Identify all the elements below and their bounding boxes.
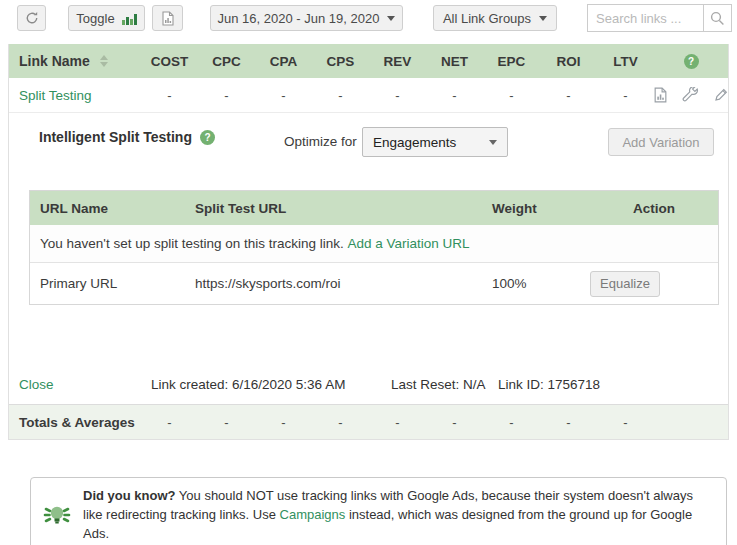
col-header-net: NET: [426, 54, 483, 69]
tip-bold: Did you know?: [83, 488, 175, 503]
col-header-cpc: CPC: [198, 54, 255, 69]
date-range-dropdown[interactable]: Jun 16, 2020 - Jun 19, 2020: [210, 5, 403, 31]
link-groups-value: All Link Groups: [443, 11, 531, 26]
totals-label: Totals & Averages: [9, 415, 141, 430]
split-test-url-cell: https://skysports.com/roi: [195, 276, 480, 291]
col-header-url-name: URL Name: [30, 201, 195, 216]
col-header-roi: ROI: [540, 54, 597, 69]
last-reset-text: Last Reset: N/A: [391, 377, 486, 392]
stat-cpc: -: [198, 88, 255, 103]
stat-rev: -: [369, 88, 426, 103]
link-groups-dropdown[interactable]: All Link Groups: [433, 5, 557, 31]
stat-cpa: -: [255, 88, 312, 103]
chevron-down-icon: [489, 140, 497, 145]
total-roi: -: [540, 415, 597, 430]
optimize-for-dropdown[interactable]: Engagements: [362, 127, 508, 157]
stat-roi: -: [540, 88, 597, 103]
total-cost: -: [141, 415, 198, 430]
col-header-cost: COST: [141, 54, 198, 69]
no-split-testing-notice: You haven't set up split testing on this…: [30, 225, 718, 263]
columns-help-icon[interactable]: ?: [684, 54, 699, 69]
toggle-button[interactable]: Toggle: [68, 5, 145, 31]
campaigns-link[interactable]: Campaigns: [280, 507, 346, 522]
link-id-text: Link ID: 1756718: [498, 377, 600, 392]
notice-text: You haven't set up split testing on this…: [40, 236, 344, 251]
toolbar: Toggle Jun 16, 2020 - Jun 19, 2020 Al: [0, 0, 737, 44]
total-epc: -: [483, 415, 540, 430]
total-cpa: -: [255, 415, 312, 430]
split-test-table: URL Name Split Test URL Weight Action Yo…: [29, 190, 719, 305]
lightbulb-icon: [43, 501, 71, 529]
url-name-cell: Primary URL: [30, 276, 195, 291]
total-ltv: -: [597, 415, 654, 430]
stat-ltv: -: [597, 88, 654, 103]
did-you-know-tip: Did you know? You should NOT use trackin…: [30, 477, 727, 545]
total-net: -: [426, 415, 483, 430]
totals-row: Totals & Averages - - - - - - - - -: [9, 404, 728, 439]
link-name-header: Link Name: [19, 53, 90, 69]
bar-chart-icon: [122, 12, 137, 25]
table-row: Primary URL https://skysports.com/roi 10…: [30, 263, 718, 304]
col-header-epc: EPC: [483, 54, 540, 69]
split-test-table-header: URL Name Split Test URL Weight Action: [30, 191, 718, 225]
panel-title: Intelligent Split Testing: [39, 129, 192, 145]
col-header-weight: Weight: [480, 201, 590, 216]
search-button[interactable]: [703, 4, 732, 32]
stat-net: -: [426, 88, 483, 103]
optimize-for-label: Optimize for: [284, 134, 357, 149]
stat-epc: -: [483, 88, 540, 103]
split-testing-panel: Intelligent Split Testing ? Optimize for…: [9, 113, 728, 404]
link-name-link[interactable]: Split Testing: [19, 88, 92, 103]
refresh-icon: [25, 11, 39, 25]
search-icon: [710, 11, 725, 26]
toggle-button-label: Toggle: [76, 11, 114, 26]
search-bar: [587, 4, 732, 32]
chevron-down-icon: [539, 16, 547, 21]
links-table: Link Name COST CPC CPA CPS REV NET EPC R…: [8, 44, 729, 440]
stat-cps: -: [312, 88, 369, 103]
tip-text: Did you know? You should NOT use trackin…: [83, 486, 714, 543]
total-cps: -: [312, 415, 369, 430]
col-header-ltv: LTV: [597, 54, 654, 69]
weight-cell: 100%: [480, 276, 590, 291]
panel-footer: Close Link created: 6/16/2020 5:36 AM La…: [9, 367, 728, 404]
search-input[interactable]: [587, 4, 703, 32]
chevron-down-icon: [387, 16, 395, 21]
wrench-icon[interactable]: [682, 87, 699, 103]
document-chart-icon: [162, 11, 174, 26]
edit-pencil-icon[interactable]: [714, 87, 729, 103]
total-cpc: -: [198, 415, 255, 430]
stat-cost: -: [141, 88, 198, 103]
col-header-rev: REV: [369, 54, 426, 69]
add-variation-button[interactable]: Add Variation: [608, 128, 714, 156]
sort-icon[interactable]: [100, 55, 108, 67]
total-rev: -: [369, 415, 426, 430]
close-link[interactable]: Close: [19, 377, 54, 392]
col-header-cpa: CPA: [255, 54, 312, 69]
table-row: Split Testing - - - - - - - - -: [9, 78, 728, 113]
stats-report-icon[interactable]: [654, 87, 667, 103]
col-header-action: Action: [590, 201, 718, 216]
add-variation-url-link[interactable]: Add a Variation URL: [348, 236, 470, 251]
col-header-cps: CPS: [312, 54, 369, 69]
col-header-split-test-url: Split Test URL: [195, 201, 480, 216]
refresh-button[interactable]: [17, 5, 46, 31]
split-testing-help-icon[interactable]: ?: [200, 130, 215, 145]
date-range-value: Jun 16, 2020 - Jun 19, 2020: [218, 11, 380, 26]
report-button[interactable]: [152, 5, 183, 31]
equalize-button[interactable]: Equalize: [590, 271, 660, 297]
links-table-header: Link Name COST CPC CPA CPS REV NET EPC R…: [9, 44, 728, 78]
optimize-for-value: Engagements: [373, 135, 456, 150]
link-created-text: Link created: 6/16/2020 5:36 AM: [151, 377, 345, 392]
